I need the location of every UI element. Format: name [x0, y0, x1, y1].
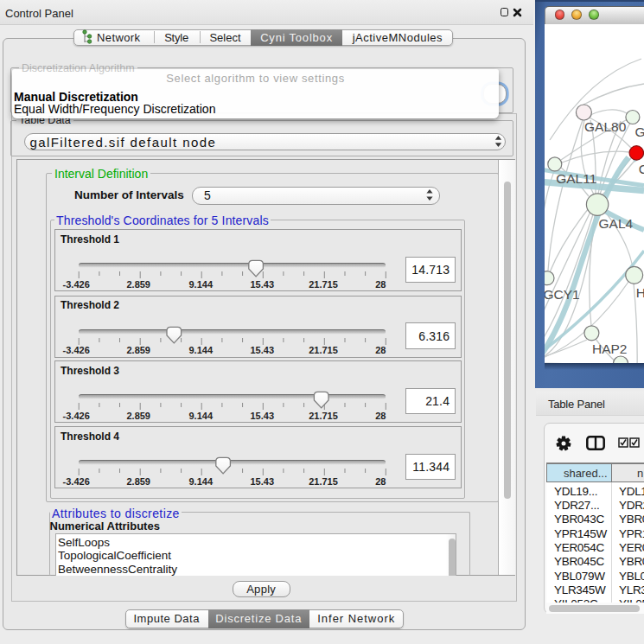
svg-text:GCY1: GCY1 — [545, 287, 580, 302]
svg-text:HAP2: HAP2 — [592, 341, 628, 356]
svg-text:GAL11: GAL11 — [556, 171, 596, 186]
svg-text:GAL80: GAL80 — [584, 119, 627, 134]
svg-text:GAL4: GAL4 — [599, 216, 634, 231]
svg-text:HI: HI — [636, 285, 644, 300]
svg-text:CY: CY — [639, 162, 644, 176]
svg-text:GA: GA — [634, 124, 644, 139]
